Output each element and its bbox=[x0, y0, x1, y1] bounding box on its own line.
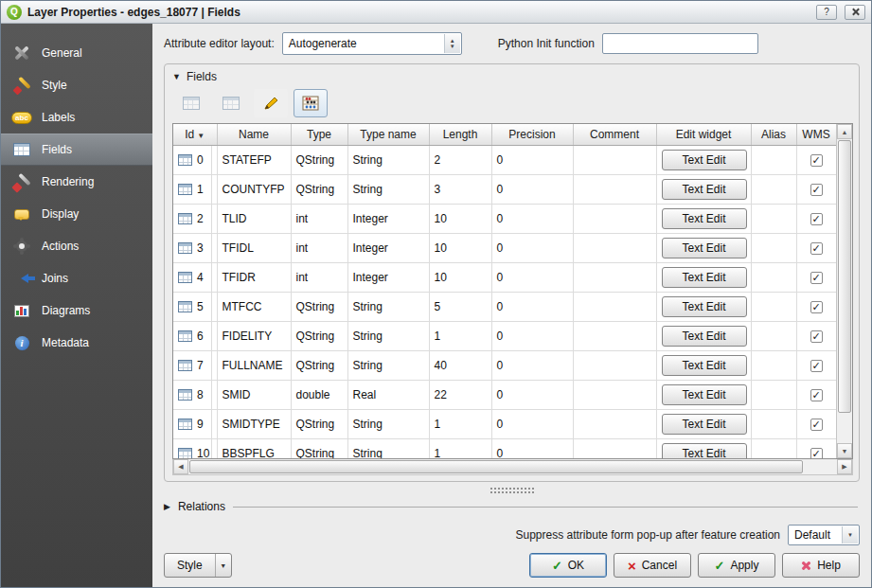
sidebar-item-diagrams[interactable]: Diagrams bbox=[1, 294, 152, 327]
cell-length[interactable]: 1 bbox=[429, 321, 491, 350]
wms-checkbox[interactable] bbox=[810, 360, 823, 372]
sidebar-item-metadata[interactable]: Metadata bbox=[1, 327, 152, 359]
edit-widget-button[interactable]: Text Edit bbox=[662, 414, 747, 435]
cell-id[interactable]: 7 bbox=[173, 350, 217, 380]
sidebar-item-labels[interactable]: Labels bbox=[1, 101, 152, 134]
suppress-form-select[interactable]: Default ▼ bbox=[788, 525, 860, 545]
cell-name[interactable]: SMID bbox=[217, 380, 291, 409]
cell-type[interactable]: QString bbox=[291, 292, 347, 321]
cell-id[interactable]: 5 bbox=[173, 292, 217, 321]
cell-id[interactable]: 2 bbox=[173, 204, 217, 233]
header-alias[interactable]: Alias bbox=[751, 124, 796, 145]
cell-id[interactable]: 6 bbox=[173, 321, 217, 350]
cell-comment[interactable] bbox=[573, 380, 656, 409]
cell-type-name[interactable]: Integer bbox=[347, 233, 429, 262]
table-row[interactable]: 1 COUNTYFP QString String 3 0 Text Edit bbox=[173, 174, 836, 204]
table-row[interactable]: 10 BBSPFLG QString String 1 0 Text Edit bbox=[173, 438, 836, 459]
cell-precision[interactable]: 0 bbox=[491, 233, 573, 262]
cell-precision[interactable]: 0 bbox=[491, 204, 573, 233]
cell-name[interactable]: STATEFP bbox=[217, 145, 291, 174]
wms-checkbox[interactable] bbox=[810, 213, 823, 225]
cell-comment[interactable] bbox=[573, 145, 656, 174]
cell-type[interactable]: QString bbox=[291, 321, 347, 350]
table-row[interactable]: 7 FULLNAME QString String 40 0 Text Edit bbox=[173, 350, 836, 380]
cell-precision[interactable]: 0 bbox=[491, 145, 573, 174]
cell-alias[interactable] bbox=[751, 262, 796, 292]
cell-comment[interactable] bbox=[573, 438, 656, 459]
edit-widget-button[interactable]: Text Edit bbox=[662, 208, 747, 229]
cell-alias[interactable] bbox=[751, 174, 796, 204]
help-button[interactable]: Help bbox=[782, 553, 860, 578]
scroll-up-icon[interactable]: ▲ bbox=[837, 124, 852, 139]
cancel-button[interactable]: Cancel bbox=[614, 553, 691, 578]
cell-alias[interactable] bbox=[751, 409, 796, 438]
cell-id[interactable]: 8 bbox=[173, 380, 217, 409]
wms-checkbox[interactable] bbox=[810, 389, 823, 401]
edit-widget-button[interactable]: Text Edit bbox=[662, 443, 747, 460]
header-type-name[interactable]: Type name bbox=[347, 124, 429, 145]
scroll-left-icon[interactable]: ◀ bbox=[173, 459, 188, 474]
chevron-down-icon[interactable]: ▼ bbox=[215, 554, 231, 577]
field-calculator-button[interactable] bbox=[294, 89, 328, 117]
window-close-button[interactable] bbox=[845, 5, 865, 20]
cell-id[interactable]: 3 bbox=[173, 233, 217, 262]
cell-comment[interactable] bbox=[573, 292, 656, 321]
wms-checkbox[interactable] bbox=[810, 242, 823, 255]
cell-alias[interactable] bbox=[751, 321, 796, 350]
cell-comment[interactable] bbox=[573, 262, 656, 292]
attribute-editor-layout-select[interactable]: Autogenerate ▲▼ bbox=[282, 32, 462, 55]
cell-id[interactable]: 1 bbox=[173, 174, 217, 204]
edit-widget-button[interactable]: Text Edit bbox=[662, 238, 747, 258]
cell-precision[interactable]: 0 bbox=[491, 350, 573, 380]
cell-comment[interactable] bbox=[573, 321, 656, 350]
apply-button[interactable]: Apply bbox=[698, 553, 775, 578]
cell-type-name[interactable]: String bbox=[347, 438, 429, 459]
cell-alias[interactable] bbox=[751, 145, 796, 174]
cell-type[interactable]: QString bbox=[291, 145, 347, 174]
cell-type-name[interactable]: String bbox=[347, 292, 429, 321]
table-row[interactable]: 3 TFIDL int Integer 10 0 Text Edit bbox=[173, 233, 836, 262]
cell-comment[interactable] bbox=[573, 350, 656, 380]
table-row[interactable]: 0 STATEFP QString String 2 0 Text Edit bbox=[173, 145, 836, 174]
fields-group-header[interactable]: ▼ Fields bbox=[172, 68, 851, 85]
panel-splitter[interactable] bbox=[164, 487, 860, 494]
cell-precision[interactable]: 0 bbox=[491, 438, 573, 459]
header-wms[interactable]: WMS bbox=[796, 124, 836, 145]
cell-alias[interactable] bbox=[751, 292, 796, 321]
wms-checkbox[interactable] bbox=[810, 419, 823, 431]
wms-checkbox[interactable] bbox=[810, 272, 823, 284]
cell-name[interactable]: TFIDL bbox=[217, 233, 291, 262]
cell-precision[interactable]: 0 bbox=[491, 409, 573, 438]
table-row[interactable]: 2 TLID int Integer 10 0 Text Edit bbox=[173, 204, 836, 233]
cell-name[interactable]: TLID bbox=[217, 204, 291, 233]
cell-name[interactable]: COUNTYFP bbox=[217, 174, 291, 204]
sidebar-item-rendering[interactable]: Rendering bbox=[1, 166, 152, 198]
cell-id[interactable]: 10 bbox=[173, 438, 217, 459]
cell-type[interactable]: QString bbox=[291, 174, 347, 204]
cell-id[interactable]: 9 bbox=[173, 409, 217, 438]
cell-type[interactable]: int bbox=[291, 262, 347, 292]
cell-type[interactable]: QString bbox=[291, 409, 347, 438]
cell-length[interactable]: 2 bbox=[429, 145, 491, 174]
cell-length[interactable]: 1 bbox=[429, 409, 491, 438]
cell-comment[interactable] bbox=[573, 174, 656, 204]
toggle-editing-button[interactable] bbox=[254, 89, 288, 117]
scroll-down-icon[interactable]: ▼ bbox=[837, 443, 852, 458]
window-help-button[interactable]: ? bbox=[816, 5, 837, 20]
cell-length[interactable]: 10 bbox=[429, 262, 491, 292]
header-edit-widget[interactable]: Edit widget bbox=[656, 124, 751, 145]
cell-precision[interactable]: 0 bbox=[491, 292, 573, 321]
wms-checkbox[interactable] bbox=[810, 154, 823, 167]
table-row[interactable]: 6 FIDELITY QString String 1 0 Text Edit bbox=[173, 321, 836, 350]
cell-length[interactable]: 40 bbox=[429, 350, 491, 380]
vertical-scroll-thumb[interactable] bbox=[838, 140, 851, 413]
cell-id[interactable]: 0 bbox=[173, 145, 217, 174]
cell-type[interactable]: double bbox=[291, 380, 347, 409]
edit-widget-button[interactable]: Text Edit bbox=[662, 267, 747, 288]
cell-name[interactable]: FULLNAME bbox=[217, 350, 291, 380]
cell-type-name[interactable]: String bbox=[347, 321, 429, 350]
wms-checkbox[interactable] bbox=[810, 330, 823, 343]
cell-alias[interactable] bbox=[751, 233, 796, 262]
edit-widget-button[interactable]: Text Edit bbox=[662, 384, 747, 405]
header-type[interactable]: Type bbox=[291, 124, 347, 145]
